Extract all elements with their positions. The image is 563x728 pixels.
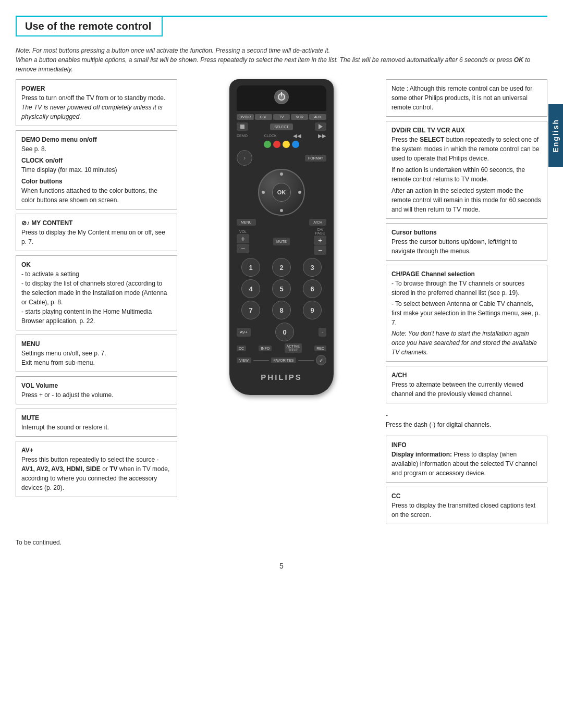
dvdr-section: DVD/R CBL TV VCR AUX Press the SELECT bu… — [386, 121, 547, 219]
clock-text: Time display (for max. 10 minutes) — [21, 165, 172, 175]
num-6-button[interactable]: 6 — [303, 279, 322, 298]
dash-button[interactable]: - — [319, 328, 326, 337]
cbl-button[interactable]: CBL — [255, 114, 272, 120]
cursor-section: Cursor buttons Press the cursor buttons … — [386, 223, 547, 261]
aux-button[interactable]: AUX — [309, 114, 326, 120]
check-button[interactable]: ✓ — [316, 355, 326, 365]
green-button[interactable] — [264, 141, 271, 148]
format-button[interactable]: FORMAT — [305, 155, 326, 162]
num-5-button[interactable]: 5 — [272, 279, 291, 298]
demo-clock-row: DEMO CLOCK ◀◀ ▶▶ — [237, 133, 326, 139]
yellow-button[interactable] — [283, 141, 290, 148]
mute-section: MUTE Interrupt the sound or restore it. — [16, 409, 177, 437]
dash-section: - Press the dash (-) for digital channel… — [386, 408, 547, 433]
info-text: INFODisplay information: Press to displa… — [391, 440, 542, 478]
num-4-button[interactable]: 4 — [241, 279, 260, 298]
red-button[interactable] — [273, 141, 280, 148]
page-num-text: 5 — [279, 562, 284, 570]
color-label: Color buttons — [21, 178, 63, 185]
cc-button[interactable]: CC — [237, 346, 246, 351]
menu-section: MENU Settings menu on/off, see p. 7. Exi… — [16, 335, 177, 372]
num-0-button[interactable]: 0 — [275, 323, 294, 341]
mycontent-section: ⊘♪ MY CONTENT Press to display the My Co… — [16, 214, 177, 251]
chpage-italic: Note: You don't have to start the instal… — [391, 329, 542, 357]
chpage-label: CH/PAGE Channel selection — [391, 269, 542, 279]
rec-button[interactable]: REC — [314, 346, 326, 351]
vol-label-text: VOL — [239, 230, 247, 233]
tv-button[interactable]: TV — [273, 114, 290, 120]
nav-down-indicator — [280, 209, 283, 212]
page-title: Use of the remote control — [25, 20, 151, 32]
mycontent-text: Press to display the My Content menu on … — [21, 228, 172, 246]
remote-top — [237, 85, 326, 111]
clock-btn-label[interactable]: CLOCK — [264, 134, 277, 138]
num-1-button[interactable]: 1 — [241, 258, 260, 277]
avplus-label: AV+ — [21, 446, 172, 455]
mycontent-button[interactable]: ♪ — [237, 150, 252, 166]
dvdr-text3: After an action in the selected system m… — [391, 186, 542, 214]
english-tab: English — [548, 104, 563, 167]
chpage-section: CH/PAGE Channel selection - To browse th… — [386, 265, 547, 362]
num-8-button[interactable]: 8 — [272, 301, 291, 319]
cc-info-rec-row: CC INFO ACTIVETITLE REC — [237, 343, 326, 353]
menu-ach-row: MENU A/CH — [237, 219, 326, 226]
mute-button[interactable]: MUTE — [273, 238, 290, 245]
ok-button[interactable]: OK — [272, 183, 291, 202]
ch-up-button[interactable]: + — [314, 236, 326, 245]
menu-label: MENU — [21, 339, 172, 349]
dvdr-text2: If no action is undertaken within 60 sec… — [391, 165, 542, 184]
transport-row: SELECT — [237, 122, 326, 131]
nav-up-indicator — [280, 172, 283, 176]
avplus-section: AV+ Press this button repeatedly to sele… — [16, 441, 177, 497]
vol-down-button[interactable]: − — [237, 244, 249, 253]
left-column: POWER Press to turn on/off the TV from o… — [16, 79, 177, 528]
english-label: English — [552, 119, 560, 153]
select-button[interactable]: SELECT — [270, 124, 292, 130]
cc-label: CC — [391, 491, 542, 501]
ok-item-1: - to activate a setting — [21, 269, 172, 279]
fav-line-2 — [298, 360, 314, 361]
num-2-button[interactable]: 2 — [272, 258, 291, 277]
stop-button[interactable] — [237, 122, 248, 131]
color-text: When functions attached to the color but… — [21, 186, 172, 205]
number-pad: 1 2 3 4 5 6 7 8 9 — [237, 258, 326, 319]
menu-button[interactable]: MENU — [237, 219, 256, 226]
favorites-button[interactable]: FAVORITES — [271, 357, 297, 363]
source-buttons-row: DVD/R CBL TV VCR AUX — [237, 114, 326, 120]
ach-button[interactable]: A/CH — [309, 219, 326, 226]
blue-button[interactable] — [292, 141, 299, 148]
rewind-button[interactable]: ◀◀ — [293, 133, 301, 139]
dvdr-button[interactable]: DVD/R — [237, 114, 254, 120]
nav-left-indicator — [262, 191, 265, 194]
menu-text1: Settings menu on/off, see p. 7. — [21, 349, 172, 358]
av-plus-button[interactable]: AV+ — [237, 328, 251, 337]
view-button[interactable]: VIEW — [237, 357, 251, 363]
play-button[interactable] — [315, 122, 326, 131]
info-button[interactable]: INFO — [259, 346, 272, 351]
demo-btn-label[interactable]: DEMO — [237, 134, 248, 138]
ch-down-button[interactable]: − — [314, 245, 326, 255]
demo-label: DEMO Demo menu on/off — [21, 135, 172, 144]
vcr-button[interactable]: VCR — [291, 114, 308, 120]
main-content: POWER Press to turn on/off the TV from o… — [16, 79, 547, 528]
menu-text2: Exit menu from sub-menu. — [21, 358, 172, 367]
mute-text: Interrupt the sound or restore it. — [21, 423, 172, 432]
vol-text: Press + or - to adjust the volume. — [21, 390, 172, 400]
avplus-text: Press this button repeatedly to select t… — [21, 455, 172, 492]
ok-section: OK - to activate a setting - to display … — [16, 255, 177, 330]
num-3-button[interactable]: 3 — [303, 258, 322, 277]
philips-logo: PHILIPS — [237, 367, 326, 385]
power-area — [240, 90, 323, 104]
info-section: INFODisplay information: Press to displa… — [386, 436, 547, 483]
num-9-button[interactable]: 9 — [303, 301, 322, 319]
right-column: Note : Although this remote control can … — [386, 79, 547, 528]
mycontent-label: ⊘♪ MY CONTENT — [21, 218, 172, 228]
fastforward-button[interactable]: ▶▶ — [318, 133, 326, 139]
power-button[interactable] — [274, 90, 289, 104]
dash-text: Press the dash (-) for digital channels. — [386, 420, 547, 429]
vol-up-button[interactable]: + — [237, 234, 249, 243]
active-title-button[interactable]: ACTIVETITLE — [285, 343, 302, 353]
vol-ch-row: VOL + − MUTE CH/PAGE + − — [237, 228, 326, 255]
num-7-button[interactable]: 7 — [241, 301, 260, 319]
ok-item-3: - starts playing content in the Home Mul… — [21, 307, 172, 326]
